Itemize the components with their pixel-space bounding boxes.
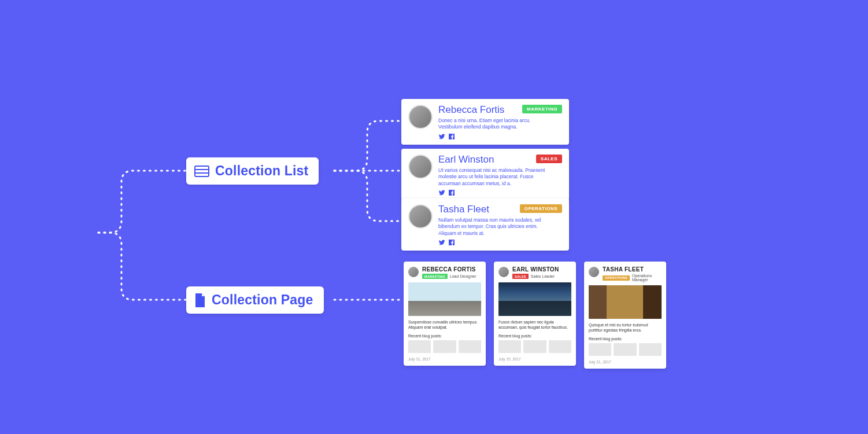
avatar [589, 267, 599, 277]
twitter-icon [438, 133, 445, 140]
thumbnail [639, 343, 662, 356]
page-card: REBECCA FORTIS MARKETING Lead Designer S… [404, 262, 486, 366]
hero-image [498, 282, 571, 316]
page-summary: Fusce dictum sapien nec ligula accumsan,… [498, 319, 571, 330]
recent-label: Recent blog posts: [408, 334, 481, 338]
list-item: OPERATIONS Tasha Fleet Nullam volutpat m… [401, 198, 569, 251]
collection-list-text: Collection List [215, 163, 308, 179]
page-date: July 31, 2017 [408, 357, 481, 361]
department-badge: SALES [512, 274, 529, 279]
hero-image [589, 285, 662, 319]
recent-thumbnails [589, 343, 662, 356]
department-badge: SALES [536, 155, 562, 163]
facebook-icon [448, 239, 455, 246]
svg-rect-0 [195, 166, 209, 176]
page-icon [194, 293, 206, 307]
list-icon [194, 165, 209, 177]
thumbnail [589, 343, 611, 356]
collection-page-label: Collection Page [186, 286, 324, 314]
avatar [408, 267, 419, 277]
thumbnail [433, 340, 456, 353]
person-desc: Nullam volutpat massa non mauris sodales… [438, 217, 548, 237]
recent-thumbnails [408, 340, 481, 353]
thumbnail [408, 340, 431, 353]
recent-label: Recent blog posts: [589, 337, 662, 341]
person-name: EARL WINSTON [512, 266, 559, 273]
person-name: TASHA FLEET [603, 266, 662, 273]
page-card: EARL WINSTON SALES Sales Leader Fusce di… [494, 262, 576, 366]
person-role: Lead Designer [450, 274, 477, 278]
person-desc: Ut varius consequat nisi ac malesuada. P… [438, 167, 548, 187]
page-date: July 15, 2017 [498, 357, 571, 361]
list-item: MARKETING Rebecca Fortis Donec a nisi ur… [401, 99, 569, 145]
department-badge: OPERATIONS [603, 275, 630, 281]
thumbnail [614, 343, 636, 356]
thumbnail [459, 340, 481, 353]
facebook-icon [448, 133, 455, 140]
person-name: REBECCA FORTIS [422, 266, 477, 273]
department-badge: MARKETING [422, 274, 448, 279]
person-role: Sales Leader [531, 274, 555, 278]
page-date: July 31, 2017 [589, 360, 662, 364]
recent-thumbnails [498, 340, 571, 353]
department-badge: MARKETING [522, 105, 562, 113]
person-role: Operations Manager [632, 274, 662, 282]
twitter-icon [438, 189, 445, 196]
thumbnail [523, 340, 546, 353]
collection-page-text: Collection Page [212, 292, 313, 308]
person-desc: Donec a nisi urna. Etiam eget lacinia ar… [438, 117, 548, 131]
page-summary: Suspendisse convallis ultrices tempus. A… [408, 319, 481, 330]
avatar [408, 204, 433, 229]
recent-label: Recent blog posts: [498, 334, 571, 338]
department-badge: OPERATIONS [520, 204, 562, 213]
facebook-icon [448, 189, 455, 196]
page-summary: Quisque et nisl eu tortor euismod portti… [589, 322, 662, 333]
avatar [498, 267, 509, 277]
thumbnail [549, 340, 571, 353]
page-card: TASHA FLEET OPERATIONS Operations Manage… [584, 262, 666, 369]
twitter-icon [438, 239, 445, 246]
avatar [408, 105, 433, 129]
collection-list-label: Collection List [186, 157, 319, 185]
list-item: SALES Earl Winston Ut varius consequat n… [401, 149, 569, 201]
hero-image [408, 282, 481, 316]
avatar [408, 155, 433, 179]
thumbnail [498, 340, 521, 353]
